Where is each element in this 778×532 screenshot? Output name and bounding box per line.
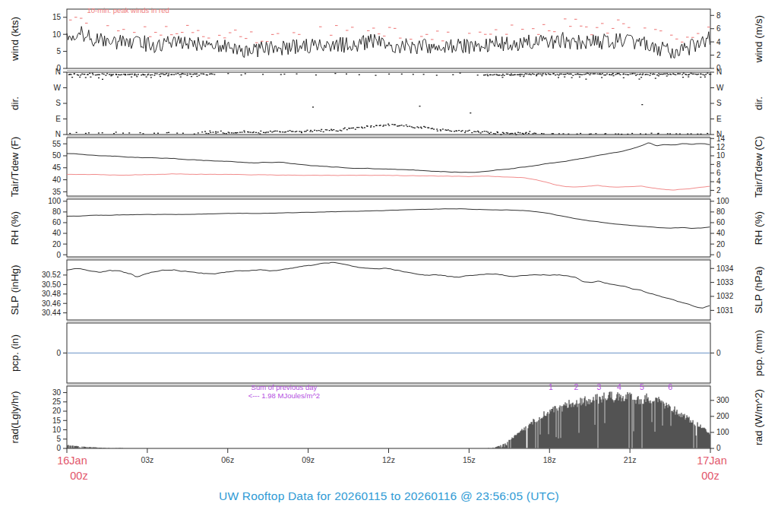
- wind-direction-point: [502, 77, 504, 78]
- axis-title-left-slp: SLP (inHg): [9, 265, 21, 315]
- right-tick-label-rh: 80: [716, 207, 726, 216]
- wind-direction-point: [640, 133, 641, 134]
- wind-direction-point: [487, 131, 489, 132]
- right-tick-label-slp: 1034: [716, 264, 734, 273]
- axis-title-left-rh: RH (%): [9, 211, 21, 245]
- wind-direction-point: [93, 74, 94, 75]
- wind-direction-point: [515, 135, 517, 135]
- time-tick-label: 03z: [141, 455, 153, 464]
- wind-direction-point: [237, 132, 239, 133]
- wind-direction-point: [243, 130, 245, 131]
- wind-direction-point: [656, 74, 658, 75]
- wind-direction-point: [98, 132, 100, 133]
- wind-direction-point: [470, 112, 471, 113]
- wind-direction-point: [80, 74, 81, 75]
- wind-direction-point: [642, 73, 644, 74]
- wind-direction-point: [618, 73, 620, 74]
- wind-direction-point: [77, 74, 79, 75]
- wind-direction-point: [201, 131, 203, 132]
- left-tick-label-dir: W: [54, 84, 62, 92]
- wind-direction-point: [370, 127, 372, 128]
- wind-direction-point: [414, 128, 416, 128]
- wind-direction-point: [321, 129, 322, 130]
- series-wind-speed-kts: [67, 27, 710, 59]
- wind-direction-point: [693, 74, 694, 74]
- wind-direction-point: [568, 134, 569, 135]
- wind-direction-point: [153, 75, 155, 76]
- wind-direction-point: [523, 76, 524, 77]
- wind-direction-point: [613, 75, 615, 76]
- wind-direction-point: [525, 73, 527, 74]
- wind-direction-point: [564, 77, 565, 78]
- wind-direction-point: [388, 125, 390, 125]
- wind-direction-point: [143, 74, 144, 75]
- wind-direction-point: [665, 74, 666, 74]
- wind-direction-point: [705, 74, 707, 74]
- wind-direction-point: [589, 134, 590, 135]
- wind-direction-point: [274, 131, 276, 131]
- wind-direction-point: [590, 134, 592, 135]
- wind-direction-point: [495, 133, 496, 134]
- wind-direction-point: [456, 131, 457, 131]
- wind-direction-point: [209, 74, 210, 74]
- wind-direction-point: [437, 131, 438, 131]
- wind-direction-point: [615, 134, 616, 135]
- left-tick-label-slp: 30.44: [42, 309, 61, 317]
- wind-direction-point: [387, 124, 389, 125]
- axis-title-right-wind: wind (m/s): [753, 15, 764, 63]
- wind-direction-point: [451, 131, 452, 131]
- wind-direction-point: [646, 74, 647, 74]
- wind-direction-point: [373, 126, 375, 127]
- wind-direction-point: [640, 77, 642, 78]
- wind-direction-point: [523, 74, 525, 75]
- wind-direction-point: [397, 125, 398, 126]
- wind-direction-point: [337, 131, 339, 131]
- axis-title-left-dir: dir.: [9, 97, 21, 110]
- weather-multipanel-figure: 05101502468wind (kts)wind (m/s)10-min. p…: [0, 0, 778, 532]
- wind-direction-point: [314, 130, 315, 131]
- wind-direction-point: [485, 74, 486, 75]
- right-tick-label-wind: 4: [716, 38, 721, 46]
- wind-direction-point: [625, 74, 627, 74]
- wind-direction-point: [131, 74, 133, 74]
- wind-direction-point: [533, 133, 535, 134]
- right-tick-label-rh: 0: [716, 251, 721, 259]
- panel-temp: 35404550552468101214Tair/Tdew (F)Tair/Td…: [9, 135, 764, 198]
- wind-direction-point: [253, 131, 255, 132]
- wind-direction-point: [623, 74, 625, 74]
- wind-direction-point: [618, 134, 619, 135]
- wind-direction-point: [102, 79, 103, 80]
- wind-direction-point: [530, 74, 532, 75]
- wind-direction-point: [541, 133, 542, 134]
- wind-direction-point: [647, 74, 649, 74]
- wind-direction-point: [213, 74, 215, 74]
- wind-direction-point: [102, 73, 103, 74]
- wind-direction-point: [85, 77, 87, 78]
- axis-title-left-pcp: pcp. (in): [9, 334, 21, 372]
- wind-direction-point: [344, 128, 346, 128]
- series-dewpoint-f: [67, 174, 710, 190]
- wind-direction-point: [567, 73, 568, 74]
- wind-direction-point: [701, 74, 702, 74]
- wind-direction-point: [168, 75, 169, 76]
- wind-direction-point: [323, 131, 324, 132]
- wind-direction-point: [691, 74, 693, 74]
- wind-direction-point: [204, 131, 206, 131]
- wind-direction-point: [532, 73, 533, 74]
- wind-direction-point: [602, 73, 603, 74]
- wind-direction-point: [76, 132, 77, 133]
- wind-direction-point: [296, 131, 297, 131]
- wind-direction-point: [304, 131, 305, 131]
- left-tick-label-dir: N: [55, 68, 61, 76]
- wind-direction-point: [147, 74, 149, 74]
- wind-direction-point: [401, 74, 403, 74]
- left-tick-label-temp: 35: [52, 188, 62, 196]
- wind-direction-point: [85, 133, 87, 134]
- wind-direction-point: [215, 133, 217, 134]
- wind-direction-point: [535, 133, 536, 134]
- wind-direction-point: [385, 125, 387, 125]
- wind-direction-point: [563, 74, 565, 74]
- wind-direction-point: [542, 73, 544, 74]
- wind-direction-point: [87, 74, 89, 74]
- wind-direction-point: [177, 73, 179, 74]
